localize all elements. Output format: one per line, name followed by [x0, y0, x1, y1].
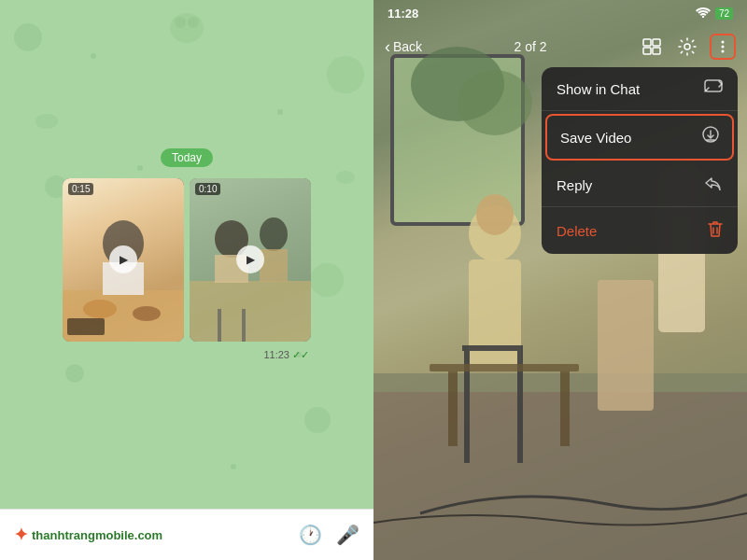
chevron-left-icon: ‹ — [385, 37, 390, 57]
svg-rect-45 — [430, 364, 579, 371]
svg-rect-46 — [448, 371, 458, 446]
svg-point-26 — [260, 217, 288, 251]
gallery-icon[interactable] — [639, 34, 665, 60]
svg-rect-52 — [653, 48, 660, 54]
show-in-chat-icon — [704, 79, 723, 98]
video-thumb-2[interactable]: 0:10 ▶ — [190, 178, 311, 342]
show-in-chat-label: Show in Chat — [557, 81, 640, 97]
menu-item-show-in-chat[interactable]: Show in Chat — [542, 67, 738, 111]
video-duration-1: 0:15 — [68, 183, 93, 195]
svg-rect-40 — [462, 345, 523, 351]
svg-rect-29 — [242, 309, 246, 342]
today-badge: Today — [161, 148, 213, 167]
svg-point-20 — [133, 306, 161, 321]
svg-rect-27 — [260, 249, 288, 282]
play-button-2[interactable]: ▶ — [236, 245, 264, 273]
svg-rect-23 — [190, 281, 311, 342]
clock-icon[interactable]: 🕐 — [299, 524, 322, 546]
svg-point-48 — [702, 16, 704, 18]
nav-bar: ‹ Back 2 of 2 — [374, 26, 747, 67]
save-video-label: Save Video — [560, 130, 631, 146]
status-time: 11:28 — [388, 7, 418, 21]
svg-rect-51 — [643, 48, 651, 54]
reply-icon — [704, 175, 723, 194]
play-button-1[interactable]: ▶ — [109, 245, 137, 273]
download-icon — [702, 126, 719, 148]
svg-point-56 — [722, 50, 725, 53]
svg-rect-39 — [598, 280, 654, 411]
svg-rect-37 — [469, 259, 521, 371]
context-menu: Show in Chat Save Video Re — [542, 67, 738, 254]
menu-item-delete[interactable]: Delete — [542, 207, 738, 254]
svg-point-35 — [458, 70, 532, 135]
right-panel: 11:28 72 ‹ Back 2 of 2 — [374, 0, 747, 560]
svg-rect-47 — [560, 371, 570, 446]
video-bubble: 0:15 ▶ — [63, 178, 311, 361]
back-label: Back — [393, 39, 422, 54]
mic-icon[interactable]: 🎤 — [336, 524, 359, 546]
nav-right-icons — [639, 34, 736, 60]
bottom-icons: 🕐 🎤 — [299, 524, 359, 546]
bottom-bar: ✦ thanhtrangmobile.com 🕐 🎤 — [0, 509, 374, 560]
svg-point-38 — [476, 194, 514, 235]
video-thumb-1[interactable]: 0:15 ▶ — [63, 178, 184, 342]
media-counter: 2 of 2 — [514, 39, 547, 54]
video-duration-2: 0:10 — [195, 183, 220, 195]
status-bar: 11:28 72 — [374, 0, 747, 26]
svg-point-53 — [684, 44, 690, 49]
message-timestamp: 11:23 ✓✓ — [190, 349, 311, 361]
svg-point-55 — [722, 46, 725, 49]
svg-rect-50 — [653, 39, 660, 46]
menu-item-save-video[interactable]: Save Video — [545, 114, 734, 161]
svg-rect-21 — [67, 318, 105, 335]
left-panel: Today — [0, 0, 374, 560]
reply-label: Reply — [557, 177, 592, 193]
svg-point-54 — [722, 41, 725, 44]
back-button[interactable]: ‹ Back — [385, 37, 422, 57]
settings-icon[interactable] — [674, 34, 700, 60]
delete-label: Delete — [557, 223, 597, 239]
more-options-icon[interactable] — [710, 34, 736, 60]
chat-area: Today — [0, 0, 374, 509]
battery-level: 72 — [715, 7, 733, 20]
svg-rect-28 — [218, 309, 221, 342]
status-icons: 72 — [696, 7, 733, 20]
svg-rect-49 — [643, 39, 651, 46]
svg-point-19 — [83, 300, 117, 318]
wifi-icon — [696, 7, 711, 20]
brand-logo: ✦ thanhtrangmobile.com — [14, 525, 162, 545]
brand-name: thanhtrangmobile.com — [32, 526, 162, 543]
trash-icon — [708, 219, 723, 242]
menu-item-reply[interactable]: Reply — [542, 163, 738, 207]
